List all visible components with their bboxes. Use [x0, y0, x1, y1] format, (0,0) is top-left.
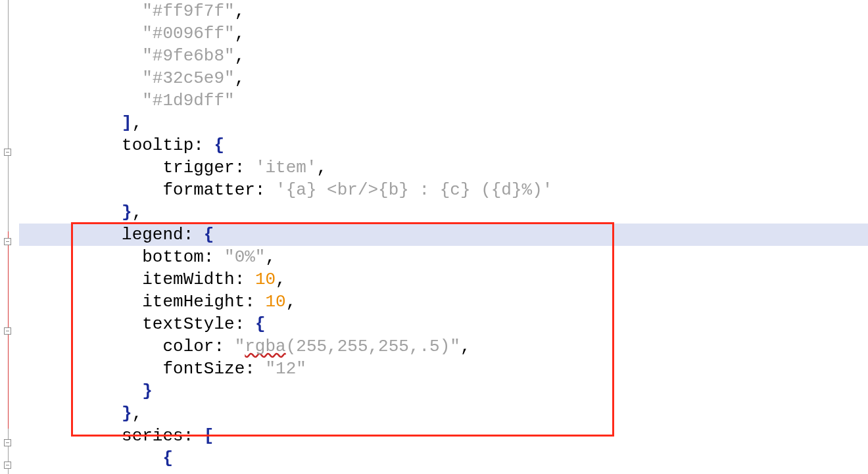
code-token: "0%": [224, 247, 265, 267]
code-token: ,: [460, 337, 471, 356]
code-token: "#32c5e9": [142, 68, 234, 88]
code-token: }: [122, 202, 132, 222]
code-token: ,: [235, 46, 245, 66]
code-token: ,: [235, 1, 245, 21]
code-token: ]: [122, 113, 132, 133]
code-token: "#0096ff": [142, 24, 234, 43]
code-line[interactable]: tooltip: {: [19, 134, 868, 156]
code-token: {: [255, 314, 266, 334]
code-token: ,: [276, 270, 286, 289]
fold-toggle-icon[interactable]: [4, 439, 11, 446]
code-token: formatter:: [162, 180, 276, 200]
code-token: "#ff9f7f": [142, 1, 234, 21]
code-line[interactable]: },: [19, 201, 868, 224]
code-token: ,: [286, 292, 297, 312]
code-token: ,: [317, 158, 327, 178]
fold-gutter: [0, 0, 16, 474]
code-token: 10: [255, 270, 276, 289]
code-token: '{a} <br/>{b} : {c} ({d}%)': [276, 180, 552, 200]
code-token: {: [214, 135, 224, 155]
fold-toggle-icon[interactable]: [4, 462, 11, 469]
code-token: ,: [235, 68, 245, 88]
code-token: ,: [132, 404, 143, 423]
code-line[interactable]: "#32c5e9",: [19, 67, 868, 89]
code-token: }: [122, 404, 132, 423]
code-token: ,: [235, 24, 245, 43]
code-token: ": [235, 337, 245, 356]
code-token: ,: [132, 202, 143, 222]
code-line[interactable]: },: [19, 402, 868, 425]
code-token: series:: [122, 426, 204, 446]
code-token: ,: [265, 247, 276, 267]
code-line[interactable]: }: [19, 380, 868, 402]
code-line[interactable]: formatter: '{a} <br/>{b} : {c} ({d}%)': [19, 179, 868, 201]
code-token: textStyle:: [142, 314, 255, 334]
code-area[interactable]: "#ff9f7f", "#0096ff", "#9fe6b8", "#32c5e…: [16, 0, 868, 474]
code-token: 'item': [255, 158, 317, 178]
code-token: bottom:: [142, 247, 224, 267]
code-line[interactable]: "#ff9f7f",: [19, 0, 868, 22]
code-line[interactable]: itemHeight: 10,: [19, 291, 868, 313]
code-line[interactable]: fontSize: "12": [19, 358, 868, 380]
code-line[interactable]: "#0096ff",: [19, 22, 868, 45]
code-line[interactable]: "#9fe6b8",: [19, 45, 868, 67]
code-token: color:: [162, 337, 234, 356]
code-token: {: [162, 448, 173, 468]
code-token: {: [204, 225, 214, 245]
code-editor[interactable]: "#ff9f7f", "#0096ff", "#9fe6b8", "#32c5e…: [0, 0, 868, 474]
code-line[interactable]: color: "rgba(255,255,255,.5)",: [19, 335, 868, 358]
code-line[interactable]: legend: {: [19, 224, 868, 246]
code-token: "#1d9dff": [142, 91, 234, 110]
code-line[interactable]: "#1d9dff": [19, 89, 868, 112]
code-token: itemWidth:: [142, 270, 255, 289]
fold-toggle-icon[interactable]: [4, 327, 11, 335]
code-line[interactable]: itemWidth: 10,: [19, 268, 868, 291]
code-line[interactable]: ],: [19, 112, 868, 134]
code-token: fontSize:: [162, 359, 265, 379]
code-token: itemHeight:: [142, 292, 265, 312]
code-token: trigger:: [162, 158, 254, 178]
code-token: "12": [265, 359, 306, 379]
code-token: legend:: [122, 225, 204, 245]
code-token: 10: [265, 292, 285, 312]
code-token: tooltip:: [122, 135, 214, 155]
code-token: }: [142, 381, 153, 401]
code-token: rgba: [245, 337, 285, 356]
fold-toggle-icon[interactable]: [4, 149, 11, 156]
code-token: "#9fe6b8": [142, 46, 234, 66]
code-line[interactable]: textStyle: {: [19, 313, 868, 335]
code-token: [: [204, 426, 214, 446]
code-line[interactable]: bottom: "0%",: [19, 246, 868, 268]
code-line[interactable]: {: [19, 447, 868, 469]
code-line[interactable]: series: [: [19, 425, 868, 447]
code-line[interactable]: trigger: 'item',: [19, 156, 868, 179]
code-token: ,: [132, 113, 143, 133]
code-token: (255,255,255,.5)": [286, 337, 460, 356]
fold-toggle-icon[interactable]: [4, 238, 11, 245]
